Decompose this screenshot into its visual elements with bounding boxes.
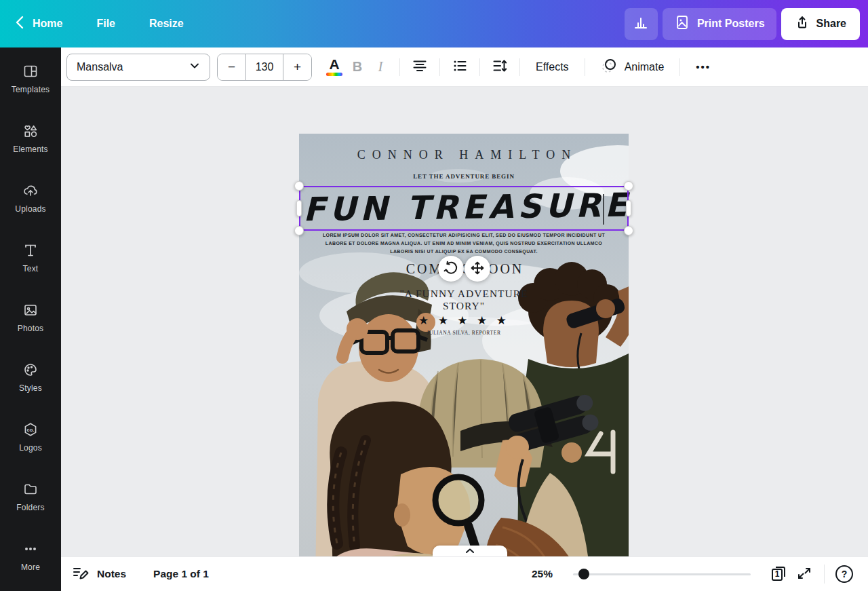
pages-count: 1 [772,569,783,579]
sidebar: Templates Elements Uploads [0,47,61,591]
insights-button[interactable] [625,8,658,40]
text-color-button[interactable]: A [323,54,346,81]
toolbar-divider [439,58,440,76]
pages-view-button[interactable]: 1 [766,561,791,587]
notes-label: Notes [97,568,126,580]
sidebar-item-uploads[interactable]: Uploads [0,168,61,228]
home-menu-label: Home [33,18,62,30]
move-handle[interactable] [465,256,490,282]
poster-page[interactable]: CONNOR HAMILTON LET THE ADVENTURE BEGIN … [299,134,629,556]
sidebar-item-label: More [21,563,40,572]
bullet-list-icon [452,58,468,76]
resize-handle-top-left[interactable] [294,181,304,191]
line-spacing-icon [492,58,508,76]
bullet-list-button[interactable] [448,55,472,79]
share-label: Share [816,18,846,30]
styles-icon [22,362,39,378]
share-upload-icon [795,15,810,33]
text-toolbar: Mansalva − 130 + A B I [61,47,868,87]
sidebar-item-more[interactable]: More [0,527,61,586]
zoom-slider-track[interactable] [573,573,751,575]
sidebar-item-elements[interactable]: Elements [0,109,61,168]
sidebar-item-styles[interactable]: Styles [0,347,61,407]
resize-handle-top-right[interactable] [624,181,633,191]
chevron-down-icon [189,60,200,74]
help-button[interactable]: ? [831,561,857,587]
poster-review-quote-text[interactable]: "A FUNNY ADVENTURE STORY" [396,288,532,312]
bold-button[interactable]: B [346,56,369,79]
poster-author-text[interactable]: CONNOR HAMILTON [299,148,629,162]
poster-tagline-text[interactable]: LET THE ADVENTURE BEGIN [299,173,629,180]
font-size-value[interactable]: 130 [245,54,283,80]
animate-icon [601,58,618,77]
text-align-button[interactable] [408,55,432,79]
resize-handle-middle-right[interactable] [626,200,631,216]
sidebar-item-photos[interactable]: Photos [0,288,61,347]
resize-handle-bottom-left[interactable] [294,226,304,235]
top-bar-actions: Print Posters Share [625,8,860,40]
resize-menu-button[interactable]: Resize [149,18,184,30]
toolbar-divider [479,58,480,76]
top-bar: Home File Resize Print Posters [0,0,868,47]
zoom-slider-knob[interactable] [578,569,589,579]
poster-image-icon [674,14,690,33]
notes-button[interactable]: Notes [72,565,126,584]
animate-label: Animate [625,61,665,73]
font-size-decrease-button[interactable]: − [218,54,245,80]
sidebar-item-logos[interactable]: co. Logos [0,407,61,467]
poster-title-text[interactable]: FUN TREASURE [299,186,629,229]
notes-icon [72,565,90,584]
poster-coming-soon-text[interactable]: COMING SOON [299,261,629,277]
back-home-button[interactable]: Home [15,16,62,32]
status-bar: Notes Page 1 of 1 25% 1 [61,556,868,591]
toolbar-more-button[interactable]: ••• [688,54,719,81]
collapse-bottom-bar-button[interactable] [433,546,507,556]
canva-editor: Home File Resize Print Posters [0,0,868,591]
file-menu-button[interactable]: File [96,18,115,30]
canvas-workspace[interactable]: CONNOR HAMILTON LET THE ADVENTURE BEGIN … [61,87,868,556]
sidebar-item-label: Templates [12,85,50,94]
poster-body-text[interactable]: LOREM IPSUM DOLOR SIT AMET, CONSECTETUR … [315,231,613,256]
print-posters-label: Print Posters [697,18,765,30]
chevron-up-icon [465,546,475,556]
text-cursor [603,194,604,225]
italic-button[interactable]: I [369,56,392,79]
sidebar-item-folders[interactable]: Folders [0,467,61,527]
rotate-handle[interactable] [438,256,464,282]
effects-button[interactable]: Effects [528,54,577,81]
sidebar-item-text[interactable]: Text [0,228,61,288]
sidebar-item-label: Logos [19,443,42,453]
font-size-stepper: − 130 + [217,54,312,81]
sidebar-item-label: Styles [19,383,42,393]
svg-text:co.: co. [27,427,35,433]
font-family-select[interactable]: Mansalva [66,54,210,81]
logos-icon: co. [22,421,39,438]
zoom-level[interactable]: 25% [532,568,553,580]
font-size-increase-button[interactable]: + [283,54,311,80]
toolbar-divider [399,58,400,76]
poster-star-rating[interactable]: ★ ★ ★ ★ ★ [299,313,629,327]
folders-icon [22,481,39,497]
expand-arrows-icon [796,565,812,584]
photos-icon [22,302,39,318]
sidebar-item-label: Folders [16,503,44,512]
font-family-value: Mansalva [77,61,123,73]
sidebar-item-templates[interactable]: Templates [0,49,61,109]
resize-handle-middle-left[interactable] [296,200,302,216]
more-dots-icon [22,541,39,557]
resize-handle-bottom-right[interactable] [624,226,633,235]
toolbar-divider [679,58,680,76]
poster-reviewer-text[interactable]: JULIANA SILVA, REPORTER [299,330,629,336]
line-spacing-button[interactable] [488,55,512,79]
toolbar-divider [585,58,585,76]
align-center-icon [412,58,428,76]
text-icon [22,242,39,259]
zoom-slider[interactable] [573,569,751,579]
animate-button[interactable]: Animate [593,54,673,81]
fullscreen-button[interactable] [791,561,817,587]
bar-chart-icon [633,14,649,33]
chevron-left-icon [15,16,24,32]
share-button[interactable]: Share [781,8,860,40]
sidebar-item-label: Elements [13,145,48,154]
print-posters-button[interactable]: Print Posters [663,8,776,40]
